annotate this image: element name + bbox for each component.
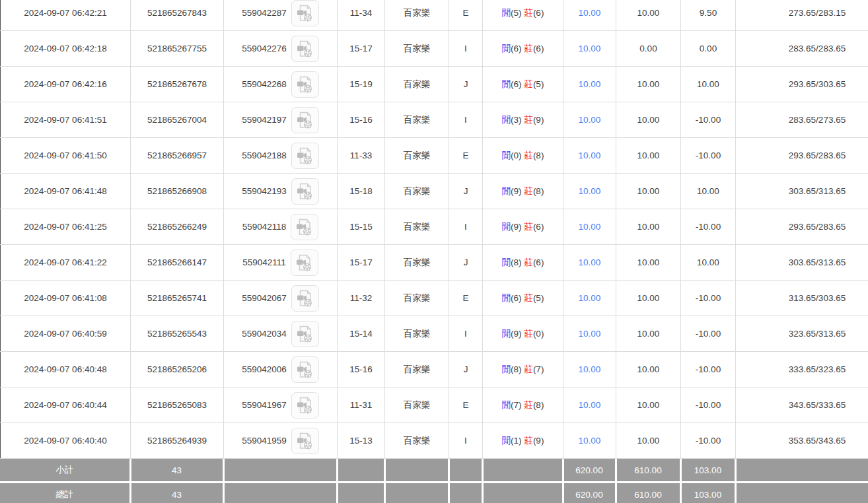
bet-amount-link[interactable]: 10.00 <box>579 257 601 267</box>
bet-amount-link[interactable]: 10.00 <box>579 293 601 303</box>
payout-cell: -10.00 <box>681 387 736 423</box>
result-cell: 閒(1) 莊(9) <box>483 423 563 459</box>
bet-amount-link[interactable]: 10.00 <box>579 44 601 53</box>
bet-history-row: 2024-09-07 06:40:40 521865264939 5590419… <box>1 423 868 459</box>
bet-amount-link[interactable]: 10.00 <box>579 436 601 446</box>
totals-table: 小計 43 620.00 610.00 103.00 總計 43 <box>0 459 868 503</box>
player-result-label: 閒 <box>502 115 511 125</box>
round-number: 559042034 <box>242 329 287 339</box>
replay-video-button[interactable] <box>291 392 319 419</box>
bet-id-cell: 521865265083 <box>131 387 224 423</box>
bet-id-cell: 521865265543 <box>131 316 224 352</box>
result-cell: 閒(9) 莊(0) <box>483 316 563 352</box>
bet-amount-link[interactable]: 10.00 <box>579 79 601 89</box>
player-result-label: 閒 <box>502 257 511 267</box>
video-replay-icon <box>296 218 313 236</box>
bet-amount-cell: 10.00 <box>563 31 616 67</box>
replay-video-button[interactable] <box>291 321 319 347</box>
replay-video-button[interactable] <box>291 428 319 454</box>
bet-id-cell: 521865266957 <box>131 138 224 174</box>
payout-cell: -10.00 <box>681 423 736 459</box>
replay-video-button[interactable] <box>291 36 319 62</box>
round-cell: 559042118 <box>224 209 338 245</box>
shoe-round-cell: 15-16 <box>338 352 385 387</box>
total-count: 43 <box>130 483 223 503</box>
bet-history-row: 2024-09-07 06:40:59 521865265543 5590420… <box>1 316 868 352</box>
video-replay-icon <box>297 111 314 129</box>
player-result-score: (9) <box>511 222 522 232</box>
game-name-cell: 百家樂 <box>385 209 449 245</box>
bet-id-cell: 521865266908 <box>131 174 224 209</box>
banker-result-score: (8) <box>533 186 544 196</box>
replay-video-button[interactable] <box>291 143 319 169</box>
bet-history-row: 2024-09-07 06:41:48 521865266908 5590421… <box>1 174 868 209</box>
bet-history-panel: 2024-09-07 06:42:21 521865267843 5590422… <box>0 0 868 503</box>
player-result-label: 閒 <box>502 364 511 374</box>
bet-amount-link[interactable]: 10.00 <box>579 151 601 160</box>
bet-amount-link[interactable]: 10.00 <box>579 400 601 410</box>
payout-cell: -10.00 <box>681 138 736 174</box>
replay-video-button[interactable] <box>291 0 319 26</box>
banker-result-score: (7) <box>533 364 544 374</box>
balance-cell: 293.65/283.65 <box>736 138 868 174</box>
bet-amount-link[interactable]: 10.00 <box>579 8 601 18</box>
valid-bet-cell: 10.00 <box>616 102 681 138</box>
bet-time-cell: 2024-09-07 06:41:25 <box>1 209 131 245</box>
game-name-cell: 百家樂 <box>385 31 449 67</box>
round-cell: 559042193 <box>224 174 338 209</box>
player-result-score: (1) <box>511 436 522 446</box>
subtotal-count: 43 <box>130 459 223 483</box>
bet-id-cell: 521865266147 <box>131 245 224 281</box>
bet-time-cell: 2024-09-07 06:40:48 <box>1 352 131 387</box>
player-result-label: 閒 <box>502 329 511 339</box>
player-result-score: (9) <box>511 329 522 339</box>
player-result-score: (3) <box>511 115 522 125</box>
banker-result-label: 莊 <box>524 293 533 303</box>
shoe-round-cell: 11-31 <box>338 387 385 423</box>
result-cell: 閒(6) 莊(5) <box>483 67 563 102</box>
game-name-cell: 百家樂 <box>385 423 449 459</box>
video-replay-icon <box>296 253 313 272</box>
banker-result-label: 莊 <box>524 257 533 267</box>
valid-bet-cell: 10.00 <box>616 0 681 31</box>
player-result-score: (6) <box>511 44 522 53</box>
result-cell: 閒(8) 莊(7) <box>483 352 563 387</box>
game-name-cell: 百家樂 <box>385 138 449 174</box>
bet-amount-link[interactable]: 10.00 <box>579 364 601 374</box>
bet-id-cell: 521865266249 <box>131 209 224 245</box>
replay-video-button[interactable] <box>291 285 319 312</box>
bet-history-row: 2024-09-07 06:41:25 521865266249 5590421… <box>1 209 868 245</box>
payout-cell: 10.00 <box>681 245 736 281</box>
banker-result-label: 莊 <box>524 115 533 125</box>
bet-amount-link[interactable]: 10.00 <box>579 115 601 125</box>
bet-amount-link[interactable]: 10.00 <box>579 186 601 196</box>
payout-cell: -10.00 <box>681 352 736 387</box>
banker-result-label: 莊 <box>524 329 533 339</box>
banker-result-score: (6) <box>533 222 544 232</box>
replay-video-button[interactable] <box>291 214 318 240</box>
round-cell: 559042034 <box>224 316 338 352</box>
bet-amount-link[interactable]: 10.00 <box>579 222 601 232</box>
bet-history-row: 2024-09-07 06:42:18 521865267755 5590422… <box>1 31 868 67</box>
banker-result-label: 莊 <box>524 79 533 89</box>
bet-amount-link[interactable]: 10.00 <box>579 329 601 339</box>
replay-video-button[interactable] <box>291 356 319 383</box>
player-result-label: 閒 <box>502 186 511 196</box>
valid-bet-cell: 0.00 <box>616 31 681 67</box>
video-replay-icon <box>297 40 314 58</box>
banker-result-score: (5) <box>533 79 544 89</box>
banker-result-score: (9) <box>533 436 544 446</box>
shoe-round-cell: 15-13 <box>338 423 385 459</box>
bet-amount-cell: 10.00 <box>563 245 616 281</box>
round-cell: 559042006 <box>224 352 338 387</box>
replay-video-button[interactable] <box>291 178 319 205</box>
result-cell: 閒(8) 莊(6) <box>483 245 563 281</box>
balance-cell: 323.65/313.65 <box>736 316 868 352</box>
round-cell: 559042188 <box>224 138 338 174</box>
player-result-label: 閒 <box>502 293 511 303</box>
total-payout: 103.00 <box>680 483 735 503</box>
replay-video-button[interactable] <box>291 250 318 276</box>
bet-time-cell: 2024-09-07 06:40:44 <box>1 387 131 423</box>
replay-video-button[interactable] <box>291 107 319 133</box>
replay-video-button[interactable] <box>291 71 319 98</box>
